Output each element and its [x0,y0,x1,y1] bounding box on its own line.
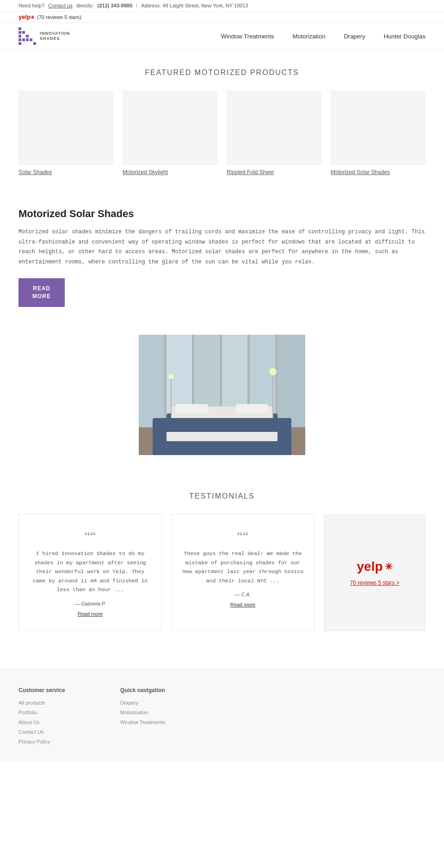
logo-dot [26,35,29,37]
svg-point-22 [166,425,278,443]
testimonial-card-1: ““ I hired Innovation Shades to do my sh… [18,514,162,631]
nav-hunter-douglas[interactable]: Hunter Douglas [384,33,426,40]
svg-rect-21 [139,335,305,455]
logo-grid [18,27,36,45]
logo-dot [26,31,29,34]
contact-link[interactable]: Contact us [48,3,73,8]
logo-text: INNOVATIONSHADES [40,31,70,41]
footer-link-privacy-policy[interactable]: Privacy Policy [18,739,50,744]
testimonials-grid: ““ I hired Innovation Shades to do my sh… [18,514,426,631]
logo-dot [33,35,36,37]
nav-drapery[interactable]: Drapery [344,33,365,40]
logo-dot [18,38,21,41]
product-card: Solar Shades [18,91,113,175]
product-link-solar-shades[interactable]: Solar Shades [18,169,52,175]
description-title: Motorized Solar Shades [18,208,426,220]
logo-dot [30,35,32,37]
footer-qn-heading: Quick navigation [120,687,204,693]
logo-dot [33,31,36,34]
svg-rect-12 [139,427,305,455]
logo-dot [18,35,21,37]
description-section: Motorized Solar Shades Motorized solar s… [0,189,444,316]
product-image-motorized-skylight [123,91,217,165]
yelp-logo-small: yelp✳ [18,13,34,20]
logo-dot [22,31,25,34]
footer-grid: Customer service All products Portfolio … [18,687,204,748]
footer-link-portfolio[interactable]: Portfolio [18,710,37,715]
featured-heading: FEATURED MOTORIZED PRODUCTS [18,69,426,77]
product-card: Motorized Solar Shades [331,91,426,175]
footer-link-all-products[interactable]: All products [18,700,45,706]
logo-dot [22,27,25,30]
nav-window-treatments[interactable]: Window Treatments [221,33,274,40]
testimonial-author-1: — Gabriela P. [28,601,152,606]
logo-dot [30,31,32,34]
logo-dot [22,38,25,41]
testimonial-text-1: I hired Innovation Shades to do my shade… [28,549,152,594]
footer-cs-heading: Customer service [18,687,102,693]
address-text: Address: 48 Laight Street, New York, NY … [141,3,248,8]
footer-link-about-us[interactable]: About Us [18,719,39,725]
help-text: Need help? [18,3,44,8]
logo-dot [22,35,25,37]
featured-products-section: FEATURED MOTORIZED PRODUCTS Solar Shades… [0,50,444,189]
directly-text: directly: [76,3,94,8]
yelp-bar: yelp✳ (70 reviews 5 stars) [0,12,444,23]
top-bar: Need help? Contact us directly: (212) 34… [0,0,444,12]
logo-dot [26,38,29,41]
bedroom-image [139,335,305,455]
footer-cs-links: All products Portfolio About Us Contact … [18,699,102,745]
phone-number: (212) 343-9900 [98,3,132,8]
product-card: Rippled Fold Sheer [227,91,321,175]
bedroom-svg [139,335,305,455]
logo-dot [33,38,36,41]
description-body: Motorized solar shades minimize the dang… [18,227,426,267]
logo-container: INNOVATIONSHADES [18,27,70,45]
product-image-solar-shades [18,91,113,165]
yelp-burst-icon: ✳ [385,561,393,572]
main-nav: Window Treatments Motorization Drapery H… [221,33,426,40]
separator: | [136,3,137,8]
testimonial-author-2: — C A. [181,592,305,597]
product-image-rippled-fold [227,91,321,165]
quote-mark-1: ““ [28,529,152,543]
logo-dot [30,27,32,30]
footer-qn-links: Drapery Motorization Window Treatments [120,699,204,725]
yelp-logo-large: yelp ✳ [357,559,392,574]
product-link-motorized-skylight[interactable]: Motorized Skylight [123,169,168,175]
footer-link-drapery[interactable]: Drapery [120,700,138,706]
footer-link-motorization[interactable]: Motorization [120,710,148,715]
yelp-reviews-link[interactable]: 70 reviews 5 stars > [350,580,399,586]
product-link-motorized-solar[interactable]: Motorized Solar Shades [331,169,390,175]
logo-dot [18,42,21,45]
logo-dot [18,31,21,34]
testimonial-read-more-1[interactable]: Read more [28,611,152,617]
nav-motorization[interactable]: Motorization [293,33,326,40]
logo-dot [26,27,29,30]
read-more-button[interactable]: READ MORE [18,278,65,307]
footer-link-contact-us[interactable]: Contact Us [18,729,43,735]
testimonial-text-2: These guys the real deal! We made the mi… [181,549,305,585]
logo-dot [22,42,25,45]
yelp-reviews-small: (70 reviews 5 stars) [37,14,81,20]
logo-dot [33,42,36,45]
bedroom-image-inner [139,335,305,455]
site-header: INNOVATIONSHADES Window Treatments Motor… [0,23,444,50]
logo-dot [30,38,32,41]
product-link-rippled-fold[interactable]: Rippled Fold Sheer [227,169,274,175]
footer-link-window-treatments[interactable]: Window Treatments [120,719,165,725]
yelp-card: yelp ✳ 70 reviews 5 stars > [324,514,426,631]
testimonial-read-more-2[interactable]: Read more [181,602,305,607]
quote-mark-2: ““ [181,529,305,543]
logo-dot [30,42,32,45]
testimonials-section: TESTIMONIALS ““ I hired Innovation Shade… [0,474,444,649]
logo-dot [33,27,36,30]
footer-quick-nav: Quick navigation Drapery Motorization Wi… [120,687,204,748]
site-footer: Customer service All products Portfolio … [0,668,444,762]
product-card: Motorized Skylight [123,91,217,175]
testimonials-heading: TESTIMONIALS [18,492,426,500]
footer-customer-service: Customer service All products Portfolio … [18,687,102,748]
logo-dot [18,27,21,30]
product-image-motorized-solar [331,91,426,165]
products-grid: Solar Shades Motorized Skylight Rippled … [18,91,426,175]
